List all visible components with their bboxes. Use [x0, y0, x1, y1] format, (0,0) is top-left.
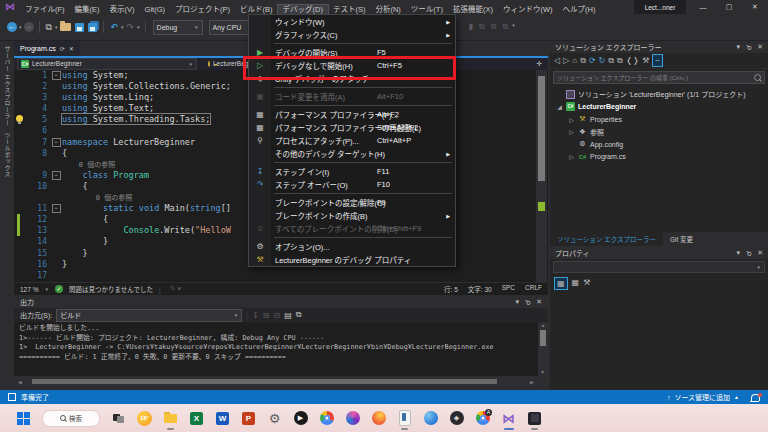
undo-dropdown[interactable]: ▾: [121, 24, 124, 30]
word[interactable]: W: [215, 411, 230, 426]
property-pages-icon[interactable]: ⚒: [583, 277, 590, 290]
expand-arrow-icon[interactable]: ▷: [568, 116, 575, 123]
editor-scrollbar[interactable]: [536, 70, 547, 282]
menubar-item[interactable]: 表示(V): [105, 5, 140, 14]
debug-menu-item[interactable]: その他のデバッグ ターゲット(H)▶: [249, 147, 455, 160]
save-icon[interactable]: [75, 23, 84, 32]
toolbox-tab[interactable]: ツールボックス: [3, 132, 12, 178]
scrollbar-thumb[interactable]: [538, 76, 545, 181]
edge-copilot[interactable]: [423, 411, 438, 426]
add-to-source-control-button[interactable]: ソース管理に追加: [674, 392, 730, 402]
prop-close-icon[interactable]: ✕: [757, 249, 763, 257]
expand-arrow-icon[interactable]: ◢: [556, 103, 563, 110]
se-pin-icon[interactable]: ⚲: [744, 42, 753, 51]
tree-item[interactable]: ◢C#LecturerBeginner: [550, 101, 768, 114]
toolbar-extra-icon[interactable]: ⧉: [491, 22, 497, 32]
navigate-back-icon[interactable]: ←: [7, 22, 17, 32]
categorized-icon[interactable]: ▦: [554, 277, 568, 290]
menubar-item[interactable]: テスト(S): [328, 5, 371, 14]
lightbulb-icon[interactable]: [16, 115, 23, 122]
taskbar-search[interactable]: 検索: [42, 410, 100, 427]
back-icon[interactable]: ◁: [554, 55, 560, 66]
menubar-item[interactable]: ビルド(B): [235, 5, 278, 14]
close-tab-icon[interactable]: ✕: [69, 45, 74, 52]
properties-object-dropdown[interactable]: ▾: [553, 261, 765, 273]
next-message-icon[interactable]: ⊟: [274, 311, 281, 320]
open-file-icon[interactable]: [60, 23, 71, 31]
menubar-item[interactable]: ツール(T): [406, 5, 448, 14]
menubar-item[interactable]: デバッグ(D): [278, 5, 328, 14]
tab-program-cs[interactable]: Program.cs ⟳ ✕: [14, 40, 80, 56]
new-project-dropdown[interactable]: ▾: [55, 24, 58, 30]
collapse-all-icon[interactable]: −: [652, 54, 663, 67]
restore-layout-icon[interactable]: [8, 393, 16, 401]
code-line[interactable]: 17: [14, 270, 548, 281]
nest-icon[interactable]: ⧉: [608, 55, 614, 66]
collapse-region-icon[interactable]: −: [52, 204, 61, 213]
sync-icon[interactable]: ⧉: [580, 55, 586, 66]
phone-link[interactable]: [397, 411, 412, 426]
output-hscrollbar[interactable]: ◀▶: [16, 377, 536, 386]
debug-menu-item[interactable]: ▦パフォーマンス プロファイラー(F)...Alt+F2: [249, 108, 455, 121]
new-project-icon[interactable]: ⧉: [46, 21, 52, 33]
visual-studio[interactable]: ⋈: [501, 411, 516, 426]
view-code-icon[interactable]: ❬❭: [626, 55, 639, 66]
solution-config-dropdown[interactable]: Debug▾: [153, 20, 203, 35]
word-wrap-icon[interactable]: ⧉: [296, 310, 302, 320]
se-close-icon[interactable]: ✕: [757, 43, 763, 51]
expand-arrow-icon[interactable]: ▷: [568, 153, 575, 160]
pencil-icon[interactable]: ✎ ▾: [170, 285, 181, 293]
design-app[interactable]: [345, 411, 360, 426]
start-button[interactable]: [16, 411, 31, 426]
refresh-icon[interactable]: ⟳: [589, 55, 596, 66]
debug-menu-item[interactable]: グラフィックス(C)▶: [249, 28, 455, 41]
breadcrumb-project-dropdown[interactable]: C# LecturerBeginner ▾: [17, 58, 197, 70]
tree-item[interactable]: ▷⚒Properties: [550, 113, 768, 126]
home-icon[interactable]: ⌂: [572, 55, 577, 66]
toolbar-extra-icon[interactable]: ▮: [469, 22, 473, 32]
tree-item[interactable]: ▷❖参照: [550, 126, 768, 139]
prop-pin-icon[interactable]: ⚲: [744, 248, 753, 257]
save-all-icon[interactable]: [88, 23, 97, 32]
clipchamp[interactable]: [527, 411, 542, 426]
sync-with-active-icon[interactable]: ↻: [599, 55, 606, 66]
collapse-region-icon[interactable]: −: [52, 171, 61, 180]
debug-menu-item[interactable]: ブレークポイントの作成(B)▶: [249, 209, 455, 222]
find-message-icon[interactable]: ↧: [252, 311, 259, 320]
debug-menu-item[interactable]: ⚒LecturerBeginner のデバッグ プロパティ: [249, 253, 455, 266]
navigate-forward-icon[interactable]: →: [24, 22, 34, 32]
output-dropdown-icon[interactable]: ▾: [515, 298, 519, 306]
toolbar-extra-icon[interactable]: ⧉: [479, 22, 485, 32]
firefox[interactable]: [371, 411, 386, 426]
maximize-button[interactable]: ▢: [716, 0, 742, 14]
close-button[interactable]: ✕: [742, 0, 768, 14]
indent-mode[interactable]: SPC: [502, 284, 515, 294]
powerpoint[interactable]: P: [241, 411, 256, 426]
file-explorer[interactable]: [163, 411, 178, 426]
notifications-bell-icon[interactable]: [751, 394, 760, 401]
collapse-region-icon[interactable]: −: [52, 71, 61, 80]
debug-menu-item[interactable]: ウィンドウ(W)▶: [249, 15, 455, 28]
menubar-item[interactable]: 分析(N): [370, 5, 405, 14]
tab-solution-explorer[interactable]: ソリューション エクスプローラー: [550, 232, 663, 246]
navigate-back-dropdown[interactable]: ▾: [19, 24, 22, 30]
redo-icon[interactable]: ↷: [127, 21, 135, 33]
weather-widget[interactable]: 18°: [137, 411, 152, 426]
debug-menu-item[interactable]: ⚲プロセスにアタッチ(P)...Ctrl+Alt+P: [249, 134, 455, 147]
tree-item[interactable]: ソリューション 'LecturerBeginner' (1/1 プロジェクト): [550, 88, 768, 101]
redo-dropdown[interactable]: ▾: [137, 24, 140, 30]
tree-item[interactable]: ▷C#Program.cs: [550, 151, 768, 164]
chrome[interactable]: [319, 411, 334, 426]
minimize-button[interactable]: —: [690, 0, 716, 14]
hscroll-thumb[interactable]: [32, 379, 497, 384]
close-output-icon[interactable]: ✕: [536, 298, 542, 306]
settings[interactable]: ⚙: [267, 411, 282, 426]
excel[interactable]: X: [189, 411, 204, 426]
debug-menu-item[interactable]: ↧ステップ イン(I)F11: [249, 165, 455, 178]
server-explorer-tab[interactable]: サーバー エクスプローラー: [3, 46, 12, 126]
debug-menu-item[interactable]: ⚙オプション(O)...: [249, 240, 455, 253]
hot-reload-icon[interactable]: ⟳: [60, 45, 65, 52]
undo-icon[interactable]: ↶: [110, 21, 118, 33]
solution-search-input[interactable]: ソリューション エクスプローラー の検索 (Ctrl+;): [553, 71, 765, 84]
debug-menu-item[interactable]: ▦パフォーマンス プロファイラーの再起動(L)Shift+Alt+F2: [249, 121, 455, 134]
